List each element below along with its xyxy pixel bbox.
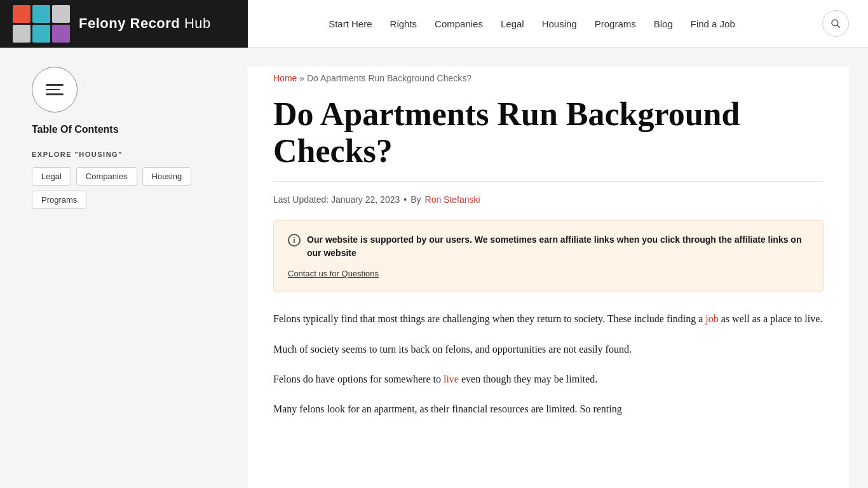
nav-blog[interactable]: Blog xyxy=(654,18,673,29)
info-icon: i xyxy=(288,234,301,247)
tag-legal[interactable]: Legal xyxy=(32,167,71,186)
hamburger-line-3 xyxy=(46,93,64,95)
article-date: Last Updated: January 22, 2023 xyxy=(273,194,400,205)
body-paragraph-4: Many felons look for an apartment, as th… xyxy=(273,400,824,417)
tag-companies[interactable]: Companies xyxy=(76,167,137,186)
body-paragraph-1: Felons typically find that most things a… xyxy=(273,310,824,327)
svg-line-1 xyxy=(837,25,840,28)
nav-find-a-job[interactable]: Find a Job xyxy=(691,18,735,29)
toc-title: Table Of Contents xyxy=(32,124,229,135)
toc-icon-circle xyxy=(32,67,78,112)
article-title: Do Apartments Run Background Checks? xyxy=(273,96,824,182)
article-author-link[interactable]: Ron Stefanski xyxy=(425,194,480,205)
breadcrumb-current: Do Apartments Run Background Checks? xyxy=(307,73,471,83)
main-nav: Start Here Rights Companies Legal Housin… xyxy=(329,18,735,29)
logo-tiles xyxy=(13,5,70,43)
breadcrumb: Home » Do Apartments Run Background Chec… xyxy=(273,67,824,83)
nav-companies[interactable]: Companies xyxy=(435,18,483,29)
article-main: Home » Do Apartments Run Background Chec… xyxy=(248,67,849,488)
body-paragraph-3: Felons do have options for somewhere to … xyxy=(273,370,824,388)
breadcrumb-separator: » xyxy=(299,73,304,83)
explore-label: EXPLORE "HOUSING" xyxy=(32,151,229,158)
article-meta: Last Updated: January 22, 2023 • By Ron … xyxy=(273,194,824,205)
toc-icon xyxy=(46,84,64,95)
nav-housing[interactable]: Housing xyxy=(542,18,577,29)
sidebar: Table Of Contents EXPLORE "HOUSING" Lega… xyxy=(32,67,248,488)
nav-rights[interactable]: Rights xyxy=(390,18,417,29)
logo-tile-5 xyxy=(32,25,50,43)
logo-tile-6 xyxy=(52,25,70,43)
logo-text: Felony Record Hub xyxy=(79,15,211,32)
affiliate-contact-link[interactable]: Contact us for Questions xyxy=(288,269,379,278)
logo-tile-3 xyxy=(52,5,70,23)
meta-dot: • xyxy=(403,194,407,205)
tag-list: Legal Companies Housing Programs xyxy=(32,167,229,209)
nav-start-here[interactable]: Start Here xyxy=(329,18,372,29)
meta-by: By xyxy=(410,194,421,205)
page-body: Table Of Contents EXPLORE "HOUSING" Lega… xyxy=(0,48,868,488)
logo-tile-2 xyxy=(32,5,50,23)
logo-tile-4 xyxy=(13,25,31,43)
hamburger-line-2 xyxy=(46,89,60,91)
link-job[interactable]: job xyxy=(705,313,718,324)
nav-programs[interactable]: Programs xyxy=(595,18,636,29)
search-icon xyxy=(830,18,841,29)
logo-brand: Felony Record xyxy=(79,15,180,31)
search-button[interactable] xyxy=(822,10,849,37)
affiliate-text: Our website is supported by our users. W… xyxy=(307,233,809,260)
link-live[interactable]: live xyxy=(444,374,459,384)
tag-programs[interactable]: Programs xyxy=(32,191,86,209)
logo-tile-1 xyxy=(13,5,31,23)
affiliate-header: i Our website is supported by our users.… xyxy=(288,233,809,260)
site-header: Felony Record Hub Start Here Rights Comp… xyxy=(0,0,868,48)
body-paragraph-2: Much of society seems to turn its back o… xyxy=(273,341,824,358)
svg-point-0 xyxy=(832,20,838,26)
logo-area[interactable]: Felony Record Hub xyxy=(0,0,248,48)
breadcrumb-home[interactable]: Home xyxy=(273,73,297,83)
nav-legal[interactable]: Legal xyxy=(501,18,524,29)
logo-suffix: Hub xyxy=(180,15,210,31)
article-body: Felons typically find that most things a… xyxy=(273,310,824,417)
tag-housing[interactable]: Housing xyxy=(142,167,192,186)
affiliate-box: i Our website is supported by our users.… xyxy=(273,220,824,292)
hamburger-line-1 xyxy=(46,84,64,86)
